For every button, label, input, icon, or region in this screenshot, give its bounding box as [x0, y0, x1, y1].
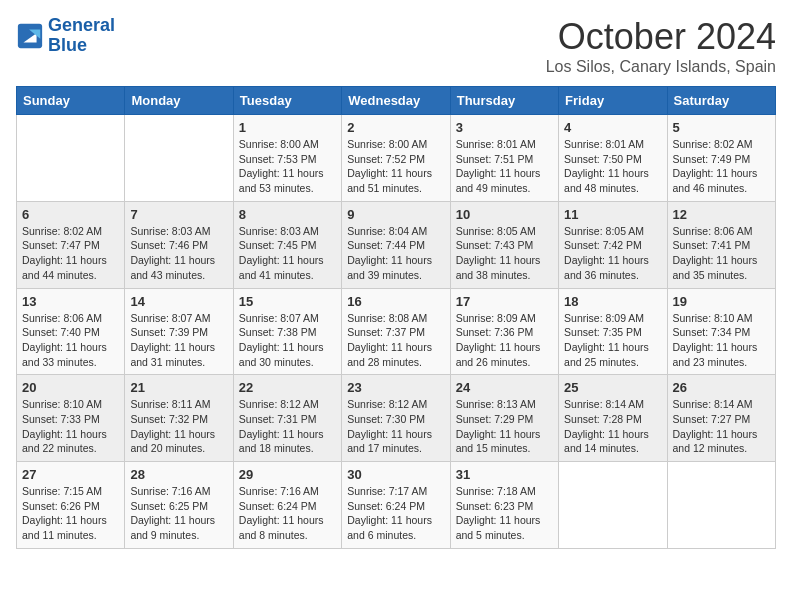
calendar-cell: 6Sunrise: 8:02 AM Sunset: 7:47 PM Daylig…: [17, 201, 125, 288]
calendar-cell: 10Sunrise: 8:05 AM Sunset: 7:43 PM Dayli…: [450, 201, 558, 288]
day-number: 27: [22, 467, 119, 482]
title-block: October 2024 Los Silos, Canary Islands, …: [546, 16, 776, 76]
day-number: 3: [456, 120, 553, 135]
day-detail: Sunrise: 7:17 AM Sunset: 6:24 PM Dayligh…: [347, 484, 444, 543]
day-number: 22: [239, 380, 336, 395]
day-detail: Sunrise: 8:02 AM Sunset: 7:47 PM Dayligh…: [22, 224, 119, 283]
day-number: 26: [673, 380, 770, 395]
column-header-saturday: Saturday: [667, 87, 775, 115]
calendar-cell: 25Sunrise: 8:14 AM Sunset: 7:28 PM Dayli…: [559, 375, 667, 462]
day-detail: Sunrise: 8:00 AM Sunset: 7:52 PM Dayligh…: [347, 137, 444, 196]
calendar-cell: [559, 462, 667, 549]
day-detail: Sunrise: 8:05 AM Sunset: 7:42 PM Dayligh…: [564, 224, 661, 283]
calendar-cell: 22Sunrise: 8:12 AM Sunset: 7:31 PM Dayli…: [233, 375, 341, 462]
calendar-cell: 19Sunrise: 8:10 AM Sunset: 7:34 PM Dayli…: [667, 288, 775, 375]
column-header-wednesday: Wednesday: [342, 87, 450, 115]
logo: General Blue: [16, 16, 115, 56]
day-detail: Sunrise: 8:14 AM Sunset: 7:27 PM Dayligh…: [673, 397, 770, 456]
day-number: 10: [456, 207, 553, 222]
column-header-friday: Friday: [559, 87, 667, 115]
day-detail: Sunrise: 8:01 AM Sunset: 7:50 PM Dayligh…: [564, 137, 661, 196]
day-number: 18: [564, 294, 661, 309]
calendar-header-row: SundayMondayTuesdayWednesdayThursdayFrid…: [17, 87, 776, 115]
day-detail: Sunrise: 7:15 AM Sunset: 6:26 PM Dayligh…: [22, 484, 119, 543]
day-detail: Sunrise: 8:01 AM Sunset: 7:51 PM Dayligh…: [456, 137, 553, 196]
calendar-cell: 14Sunrise: 8:07 AM Sunset: 7:39 PM Dayli…: [125, 288, 233, 375]
day-detail: Sunrise: 8:04 AM Sunset: 7:44 PM Dayligh…: [347, 224, 444, 283]
calendar-cell: 20Sunrise: 8:10 AM Sunset: 7:33 PM Dayli…: [17, 375, 125, 462]
day-detail: Sunrise: 8:07 AM Sunset: 7:39 PM Dayligh…: [130, 311, 227, 370]
day-detail: Sunrise: 8:02 AM Sunset: 7:49 PM Dayligh…: [673, 137, 770, 196]
calendar-cell: [17, 115, 125, 202]
day-detail: Sunrise: 8:13 AM Sunset: 7:29 PM Dayligh…: [456, 397, 553, 456]
calendar-cell: 2Sunrise: 8:00 AM Sunset: 7:52 PM Daylig…: [342, 115, 450, 202]
day-number: 30: [347, 467, 444, 482]
calendar-subtitle: Los Silos, Canary Islands, Spain: [546, 58, 776, 76]
day-number: 31: [456, 467, 553, 482]
day-number: 8: [239, 207, 336, 222]
day-number: 11: [564, 207, 661, 222]
day-number: 20: [22, 380, 119, 395]
calendar-week-row: 27Sunrise: 7:15 AM Sunset: 6:26 PM Dayli…: [17, 462, 776, 549]
day-detail: Sunrise: 8:12 AM Sunset: 7:30 PM Dayligh…: [347, 397, 444, 456]
day-detail: Sunrise: 7:16 AM Sunset: 6:24 PM Dayligh…: [239, 484, 336, 543]
calendar-week-row: 13Sunrise: 8:06 AM Sunset: 7:40 PM Dayli…: [17, 288, 776, 375]
column-header-sunday: Sunday: [17, 87, 125, 115]
day-detail: Sunrise: 8:06 AM Sunset: 7:41 PM Dayligh…: [673, 224, 770, 283]
day-number: 6: [22, 207, 119, 222]
day-detail: Sunrise: 7:18 AM Sunset: 6:23 PM Dayligh…: [456, 484, 553, 543]
day-number: 4: [564, 120, 661, 135]
day-detail: Sunrise: 8:12 AM Sunset: 7:31 PM Dayligh…: [239, 397, 336, 456]
day-detail: Sunrise: 8:10 AM Sunset: 7:34 PM Dayligh…: [673, 311, 770, 370]
calendar-cell: 4Sunrise: 8:01 AM Sunset: 7:50 PM Daylig…: [559, 115, 667, 202]
column-header-monday: Monday: [125, 87, 233, 115]
day-number: 14: [130, 294, 227, 309]
day-detail: Sunrise: 7:16 AM Sunset: 6:25 PM Dayligh…: [130, 484, 227, 543]
calendar-cell: 21Sunrise: 8:11 AM Sunset: 7:32 PM Dayli…: [125, 375, 233, 462]
calendar-cell: 27Sunrise: 7:15 AM Sunset: 6:26 PM Dayli…: [17, 462, 125, 549]
day-number: 1: [239, 120, 336, 135]
day-number: 2: [347, 120, 444, 135]
calendar-week-row: 1Sunrise: 8:00 AM Sunset: 7:53 PM Daylig…: [17, 115, 776, 202]
day-number: 17: [456, 294, 553, 309]
day-detail: Sunrise: 8:11 AM Sunset: 7:32 PM Dayligh…: [130, 397, 227, 456]
page-header: General Blue October 2024 Los Silos, Can…: [16, 16, 776, 76]
calendar-title: October 2024: [546, 16, 776, 58]
calendar-cell: 18Sunrise: 8:09 AM Sunset: 7:35 PM Dayli…: [559, 288, 667, 375]
day-number: 9: [347, 207, 444, 222]
calendar-cell: 16Sunrise: 8:08 AM Sunset: 7:37 PM Dayli…: [342, 288, 450, 375]
day-number: 7: [130, 207, 227, 222]
day-detail: Sunrise: 8:09 AM Sunset: 7:36 PM Dayligh…: [456, 311, 553, 370]
calendar-cell: 29Sunrise: 7:16 AM Sunset: 6:24 PM Dayli…: [233, 462, 341, 549]
day-number: 15: [239, 294, 336, 309]
calendar-cell: 15Sunrise: 8:07 AM Sunset: 7:38 PM Dayli…: [233, 288, 341, 375]
calendar-cell: 28Sunrise: 7:16 AM Sunset: 6:25 PM Dayli…: [125, 462, 233, 549]
calendar-cell: [125, 115, 233, 202]
calendar-week-row: 20Sunrise: 8:10 AM Sunset: 7:33 PM Dayli…: [17, 375, 776, 462]
calendar-cell: 12Sunrise: 8:06 AM Sunset: 7:41 PM Dayli…: [667, 201, 775, 288]
calendar-cell: 11Sunrise: 8:05 AM Sunset: 7:42 PM Dayli…: [559, 201, 667, 288]
day-number: 23: [347, 380, 444, 395]
day-detail: Sunrise: 8:06 AM Sunset: 7:40 PM Dayligh…: [22, 311, 119, 370]
day-number: 13: [22, 294, 119, 309]
day-detail: Sunrise: 8:14 AM Sunset: 7:28 PM Dayligh…: [564, 397, 661, 456]
day-detail: Sunrise: 8:00 AM Sunset: 7:53 PM Dayligh…: [239, 137, 336, 196]
calendar-cell: 8Sunrise: 8:03 AM Sunset: 7:45 PM Daylig…: [233, 201, 341, 288]
day-number: 16: [347, 294, 444, 309]
calendar-cell: 26Sunrise: 8:14 AM Sunset: 7:27 PM Dayli…: [667, 375, 775, 462]
calendar-cell: 9Sunrise: 8:04 AM Sunset: 7:44 PM Daylig…: [342, 201, 450, 288]
calendar-cell: 7Sunrise: 8:03 AM Sunset: 7:46 PM Daylig…: [125, 201, 233, 288]
day-detail: Sunrise: 8:08 AM Sunset: 7:37 PM Dayligh…: [347, 311, 444, 370]
day-number: 24: [456, 380, 553, 395]
column-header-tuesday: Tuesday: [233, 87, 341, 115]
day-number: 25: [564, 380, 661, 395]
calendar-cell: 3Sunrise: 8:01 AM Sunset: 7:51 PM Daylig…: [450, 115, 558, 202]
calendar-cell: 13Sunrise: 8:06 AM Sunset: 7:40 PM Dayli…: [17, 288, 125, 375]
calendar-cell: 1Sunrise: 8:00 AM Sunset: 7:53 PM Daylig…: [233, 115, 341, 202]
calendar-cell: [667, 462, 775, 549]
logo-text-line1: General: [48, 16, 115, 36]
day-detail: Sunrise: 8:09 AM Sunset: 7:35 PM Dayligh…: [564, 311, 661, 370]
calendar-cell: 5Sunrise: 8:02 AM Sunset: 7:49 PM Daylig…: [667, 115, 775, 202]
column-header-thursday: Thursday: [450, 87, 558, 115]
day-detail: Sunrise: 8:05 AM Sunset: 7:43 PM Dayligh…: [456, 224, 553, 283]
